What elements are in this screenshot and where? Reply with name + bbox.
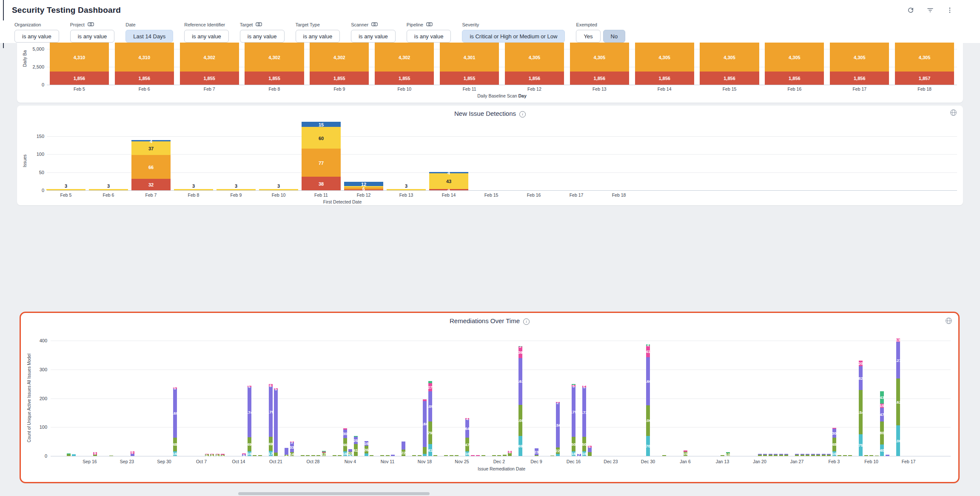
remediation-bar-day-54[interactable]	[338, 455, 342, 456]
horizontal-scrollbar-thumb[interactable]	[238, 492, 430, 495]
remediation-bar-day-145[interactable]	[822, 454, 826, 456]
remediation-bar-day-119[interactable]: 15	[684, 450, 687, 456]
remediation-bar-day-148[interactable]	[838, 455, 841, 456]
remediation-bar-day-55[interactable]: 164630	[343, 428, 347, 456]
remediation-bar-day-8[interactable]: 9	[93, 452, 97, 456]
filter-value-chip[interactable]: is Critical or High or Medium or Low	[462, 30, 565, 43]
remediation-bar-day-68[interactable]	[412, 455, 416, 456]
remediation-bar-day-39[interactable]	[258, 455, 262, 456]
remediation-bar-day-101[interactable]: 5	[588, 446, 592, 456]
remediation-bar-day-137[interactable]	[779, 454, 783, 456]
remediation-bar-day-157[interactable]	[886, 455, 889, 456]
remediation-bar-day-32[interactable]: 5	[221, 454, 225, 456]
remediation-bar-day-98[interactable]: 16501755	[572, 384, 575, 456]
filter-value-chip[interactable]: is any value	[240, 30, 285, 43]
remediation-bar-day-60[interactable]	[370, 455, 373, 456]
remediation-bar-day-42[interactable]: 5	[274, 388, 278, 456]
remediation-bar-day-74[interactable]	[444, 455, 448, 456]
remediation-bar-day-3[interactable]	[67, 453, 71, 456]
remediation-bar-day-63[interactable]	[386, 455, 390, 456]
remediation-bar-day-50[interactable]	[316, 455, 320, 456]
bar-feb-17[interactable]: 1,8564,305	[830, 43, 889, 85]
remediation-bar-day-36[interactable]: 6	[242, 453, 246, 456]
remediation-bar-day-80[interactable]	[476, 455, 480, 456]
remediation-bar-day-72[interactable]	[433, 455, 437, 456]
remediation-bar-day-48[interactable]	[306, 455, 310, 456]
remediation-bar-day-154[interactable]	[869, 455, 873, 456]
remediation-bar-day-4[interactable]	[72, 454, 76, 456]
bar-feb-6[interactable]: 1,8564,310	[115, 43, 174, 85]
remediation-bar-day-57[interactable]: 4125	[354, 436, 358, 456]
remediation-bar-day-141[interactable]	[801, 454, 804, 456]
bar-feb-8[interactable]: 3	[174, 189, 213, 190]
filter-option-yes[interactable]: Yes	[576, 30, 600, 43]
remediation-bar-day-94[interactable]	[550, 456, 554, 456]
remediation-bar-day-91[interactable]: 23	[535, 448, 538, 456]
bar-feb-11[interactable]: 38776015	[302, 122, 341, 191]
remediation-bar-day-69[interactable]	[418, 455, 422, 456]
remediation-bar-day-84[interactable]	[497, 455, 501, 456]
refresh-icon[interactable]	[907, 6, 914, 14]
remediation-bar-day-150[interactable]	[848, 455, 852, 456]
remediation-bar-day-64[interactable]	[391, 455, 395, 456]
remediation-bar-day-45[interactable]: 14333	[290, 442, 294, 456]
remediation-bar-day-136[interactable]	[774, 454, 778, 456]
bar-feb-16[interactable]: 1,8564,305	[765, 43, 824, 85]
remediation-bar-day-51[interactable]: 12	[322, 451, 326, 456]
remediation-bar-day-83[interactable]	[492, 455, 496, 456]
bar-feb-7[interactable]: 1,8554,302	[180, 43, 239, 85]
remediation-bar-day-71[interactable]: 417910527	[428, 381, 432, 456]
filter-value-chip[interactable]: is any value	[70, 30, 115, 43]
remediation-bar-day-88[interactable]: 69108163392	[518, 346, 522, 456]
filter-value-chip[interactable]: Last 14 Days	[125, 30, 173, 43]
bar-feb-9[interactable]: 1,8554,302	[310, 43, 369, 85]
remediation-bar-day-152[interactable]: 751548220	[859, 361, 863, 456]
remediation-bar-day-41[interactable]: 17491758	[269, 384, 273, 456]
remediation-bar-day-155[interactable]	[875, 456, 879, 456]
remediation-bar-day-79[interactable]	[471, 455, 475, 456]
bar-feb-8[interactable]: 1,8554,302	[245, 43, 304, 85]
bar-feb-12[interactable]: 1,8564,305	[505, 43, 564, 85]
remediation-bar-day-30[interactable]: 6	[210, 454, 214, 456]
remediation-bar-day-135[interactable]	[769, 454, 772, 456]
remediation-bar-day-37[interactable]: 16491745	[248, 386, 251, 456]
remediation-bar-day-15[interactable]: 9	[131, 451, 134, 456]
globe-icon[interactable]	[950, 109, 957, 116]
remediation-bar-day-76[interactable]	[455, 455, 459, 456]
remediation-bar-day-31[interactable]: 6	[216, 454, 219, 456]
remediation-bar-day-56[interactable]: 510	[348, 449, 352, 456]
remediation-bar-day-133[interactable]	[758, 454, 762, 456]
filter-icon[interactable]	[926, 6, 934, 14]
remediation-bar-day-99[interactable]: 7	[577, 454, 581, 456]
remediation-bar-day-86[interactable]: 8	[508, 451, 512, 456]
bar-feb-10[interactable]: 1,8554,302	[375, 43, 434, 85]
filter-value-chip[interactable]: is any value	[407, 30, 451, 43]
remediation-bar-day-126[interactable]	[721, 455, 724, 456]
remediation-bar-day-149[interactable]	[843, 455, 847, 456]
remediation-bar-day-146[interactable]	[827, 454, 831, 456]
remediation-bar-day-153[interactable]	[864, 455, 868, 456]
bar-feb-6[interactable]: 3	[89, 189, 128, 190]
remediation-bar-day-140[interactable]	[795, 454, 799, 456]
remediation-bar-day-75[interactable]	[450, 455, 453, 456]
more-vert-icon[interactable]	[946, 6, 954, 14]
remediation-bar-day-81[interactable]	[481, 455, 485, 456]
remediation-bar-day-59[interactable]: 2616	[365, 441, 368, 456]
remediation-bar-day-47[interactable]	[301, 455, 305, 456]
remediation-bar-day-44[interactable]: 4	[285, 448, 288, 456]
bar-feb-13[interactable]: 1,8564,305	[570, 43, 629, 85]
remediation-bar-day-100[interactable]: 16501725	[582, 386, 586, 456]
remediation-bar-day-143[interactable]	[811, 454, 815, 456]
filter-value-chip[interactable]: is any value	[296, 30, 340, 43]
remediation-bar-day-49[interactable]	[311, 455, 315, 456]
bar-feb-15[interactable]: 1,8564,305	[700, 43, 759, 85]
remediation-bar-day-62[interactable]	[380, 455, 384, 456]
filter-value-chip[interactable]: is any value	[351, 30, 396, 43]
filter-value-chip[interactable]: is any value	[184, 30, 229, 43]
bar-feb-11[interactable]: 1,8554,301	[440, 43, 499, 85]
bar-feb-9[interactable]: 3	[217, 189, 256, 190]
bar-feb-18[interactable]: 1,8574,305	[895, 43, 954, 85]
remediation-bar-day-66[interactable]: 22	[402, 442, 405, 456]
remediation-bar-day-29[interactable]: 6	[205, 454, 209, 456]
remediation-bar-day-156[interactable]: 4080471543	[880, 391, 884, 456]
